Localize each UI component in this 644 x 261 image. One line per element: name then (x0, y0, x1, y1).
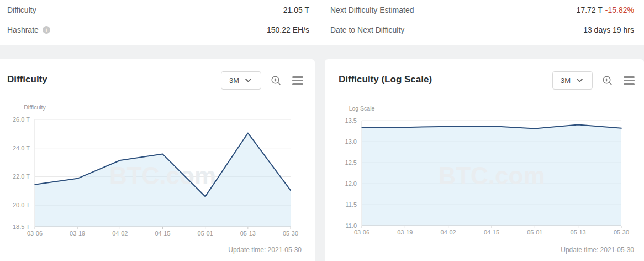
svg-text:20.0 T: 20.0 T (13, 202, 30, 208)
svg-text:24.0 T: 24.0 T (13, 145, 30, 152)
hashrate-value: 150.22 EH/s (267, 25, 309, 34)
stats-column-right: Next Difficulty Estimated 17.72 T-15.82%… (315, 0, 644, 45)
stats-bar: Difficulty 21.05 T Hashrate i 150.22 EH/… (0, 0, 644, 45)
stat-row-next-difficulty: Next Difficulty Estimated 17.72 T-15.82% (315, 4, 644, 15)
svg-text:05-30: 05-30 (283, 230, 298, 237)
info-icon[interactable]: i (43, 26, 50, 34)
svg-text:05-30: 05-30 (614, 229, 629, 236)
date-next-difficulty-label: Date to Next Difficulty (330, 25, 404, 34)
difficulty-chart: 26.0 T24.0 T22.0 T20.0 T18.5 TBTC.com03-… (0, 100, 315, 246)
svg-text:13.5: 13.5 (345, 117, 357, 124)
difficulty-log-card-title: Difficulty (Log Scale) (339, 74, 432, 85)
svg-text:04-02: 04-02 (112, 230, 128, 237)
difficulty-card: Difficulty 3M 26.0 T24.0 T22.0 T20.0 T18… (0, 59, 315, 261)
svg-text:03-06: 03-06 (354, 229, 369, 236)
next-difficulty-value: 17.72 T (577, 6, 603, 14)
stat-row-hashrate: Hashrate i 150.22 EH/s (0, 24, 315, 35)
update-time: Update time: 2021-05-30 (561, 246, 634, 254)
difficulty-label: Difficulty (7, 6, 36, 14)
svg-text:BTC.com: BTC.com (109, 162, 216, 189)
svg-text:13.0: 13.0 (345, 138, 357, 145)
range-selector[interactable]: 3M (221, 71, 261, 90)
svg-text:11.0: 11.0 (345, 222, 357, 229)
svg-text:03-19: 03-19 (397, 229, 413, 236)
date-next-difficulty-value: 13 days 19 hrs (583, 25, 634, 34)
svg-text:18.5 T: 18.5 T (13, 223, 30, 230)
svg-text:Log Scale: Log Scale (349, 105, 375, 112)
chevron-down-icon (245, 79, 251, 82)
svg-text:03-19: 03-19 (70, 230, 85, 237)
difficulty-value: 21.05 T (283, 6, 309, 14)
svg-text:05-13: 05-13 (571, 229, 586, 236)
difficulty-card-controls: 3M (221, 71, 303, 90)
difficulty-log-chart: 13.513.012.512.011.511.0BTC.com03-0603-1… (325, 100, 644, 246)
stats-column-left: Difficulty 21.05 T Hashrate i 150.22 EH/… (0, 0, 315, 45)
svg-text:12.0: 12.0 (345, 180, 357, 187)
difficulty-chart-svg[interactable]: 26.0 T24.0 T22.0 T20.0 T18.5 TBTC.com03-… (0, 100, 315, 243)
next-difficulty-label: Next Difficulty Estimated (330, 6, 414, 14)
svg-text:05-01: 05-01 (198, 230, 213, 237)
range-selector-value: 3M (229, 76, 239, 85)
svg-text:04-02: 04-02 (441, 229, 456, 236)
stat-row-date-next-difficulty: Date to Next Difficulty 13 days 19 hrs (315, 24, 644, 35)
zoom-in-icon[interactable] (602, 75, 613, 86)
stat-row-difficulty: Difficulty 21.05 T (0, 4, 315, 15)
svg-text:11.5: 11.5 (345, 201, 357, 208)
difficulty-log-chart-svg[interactable]: 13.513.012.512.011.511.0BTC.com03-0603-1… (325, 100, 644, 243)
chart-menu-icon[interactable] (292, 76, 303, 85)
hashrate-label: Hashrate (7, 25, 39, 34)
svg-text:22.0 T: 22.0 T (13, 173, 30, 180)
update-time: Update time: 2021-05-30 (228, 246, 302, 254)
svg-text:BTC.com: BTC.com (438, 162, 545, 189)
range-selector-value: 3M (561, 76, 571, 85)
difficulty-log-card: Difficulty (Log Scale) 3M 13.513.012.512… (325, 59, 644, 261)
svg-text:12.5: 12.5 (345, 159, 357, 166)
chart-menu-icon[interactable] (624, 76, 635, 85)
svg-text:05-13: 05-13 (240, 230, 256, 237)
difficulty-log-card-controls: 3M (552, 71, 635, 90)
svg-text:26.0 T: 26.0 T (13, 116, 30, 123)
next-difficulty-change: -15.82% (605, 6, 634, 14)
svg-text:Difficulty: Difficulty (24, 104, 46, 111)
svg-text:03-06: 03-06 (27, 230, 43, 237)
svg-text:04-15: 04-15 (155, 230, 170, 237)
difficulty-card-title: Difficulty (7, 74, 47, 85)
svg-text:05-01: 05-01 (527, 229, 542, 236)
zoom-in-icon[interactable] (271, 75, 282, 86)
range-selector[interactable]: 3M (552, 71, 593, 90)
chevron-down-icon (577, 79, 583, 82)
svg-text:04-15: 04-15 (484, 229, 499, 236)
